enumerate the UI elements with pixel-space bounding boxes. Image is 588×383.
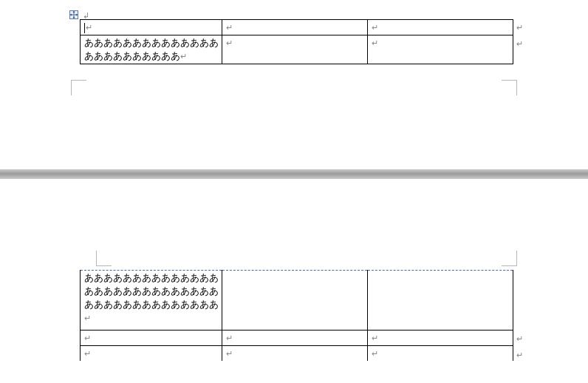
- page-2: ああああああああああああああああああああああああああああああああああああああああ…: [0, 183, 588, 383]
- table-cell[interactable]: ↵: [368, 20, 513, 35]
- page2-content[interactable]: ああああああああああああああああああああああああああああああああああああああああ…: [80, 270, 514, 361]
- cell-text[interactable]: ああああああああああああああああああああああああああああああああああああああああ…: [84, 272, 219, 310]
- table-row[interactable]: ↵ ↵ ↵: [81, 20, 513, 35]
- table-cell[interactable]: ああああああああああああああああああああああああ↵: [81, 35, 222, 64]
- page-gap: [0, 166, 588, 183]
- row-end-mark: ↵: [516, 37, 523, 50]
- table-2[interactable]: ああああああああああああああああああああああああああああああああああああああああ…: [80, 270, 513, 361]
- cell-mark: ↵: [84, 333, 91, 342]
- row-end-mark: ↵: [516, 21, 523, 34]
- cell-mark: ↵: [226, 23, 233, 32]
- cell-mark: ↵: [84, 313, 91, 322]
- margin-corner-bottom-left: [71, 80, 86, 95]
- page1-content[interactable]: ↵ ↵ ↵ ああああああああああああああああああああああああ↵ ↵ ↵ ↵ ↵: [80, 19, 514, 64]
- table-row[interactable]: ↵ ↵ ↵: [81, 346, 513, 362]
- document-canvas: ↲ ↵ ↵ ↵ ああああああああああああああああああああああああ↵: [0, 0, 588, 383]
- table-cell[interactable]: [368, 271, 513, 331]
- cell-mark: ↵: [226, 38, 233, 47]
- cell-mark: ↵: [226, 349, 233, 358]
- cell-text[interactable]: ああああああああああああああああああああああああ: [84, 37, 219, 61]
- text-cursor: [84, 23, 85, 33]
- table-cell[interactable]: ↵: [81, 346, 222, 362]
- cell-mark: ↵: [180, 52, 187, 61]
- row-end-mark: ↵: [516, 332, 523, 345]
- margin-corner-top-left: [96, 251, 112, 266]
- table-row[interactable]: ああああああああああああああああああああああああ↵ ↵ ↵: [81, 35, 513, 64]
- cell-mark: ↵: [372, 333, 378, 342]
- table-cell[interactable]: [222, 271, 368, 331]
- table-cell[interactable]: ↵: [81, 20, 222, 35]
- table-row[interactable]: ああああああああああああああああああああああああああああああああああああああああ…: [81, 271, 513, 331]
- cell-mark: ↵: [226, 333, 233, 342]
- table-cell[interactable]: ↵: [222, 35, 368, 64]
- table-cell[interactable]: ↵: [368, 331, 513, 346]
- cell-mark: ↵: [372, 38, 378, 47]
- table-row[interactable]: ↵ ↵ ↵: [81, 331, 513, 346]
- table-cell[interactable]: ↵: [368, 346, 513, 362]
- table-cell[interactable]: ↵: [81, 331, 222, 346]
- table-cell[interactable]: ↵: [222, 20, 368, 35]
- margin-corner-top-right: [502, 251, 517, 266]
- row-end-mark: ↵: [516, 348, 523, 362]
- cell-mark: ↵: [372, 349, 378, 358]
- table-cell[interactable]: ↵: [222, 346, 368, 362]
- cell-mark: ↵: [372, 23, 378, 32]
- page-1: ↲ ↵ ↵ ↵ ああああああああああああああああああああああああ↵: [0, 0, 588, 166]
- cell-mark: ↵: [86, 23, 92, 32]
- table-cell[interactable]: ああああああああああああああああああああああああああああああああああああああああ…: [81, 271, 222, 331]
- table-cell[interactable]: ↵: [368, 35, 513, 64]
- table-cell[interactable]: ↵: [222, 331, 368, 346]
- table-move-handle-icon[interactable]: [69, 10, 78, 19]
- margin-corner-bottom-right: [502, 80, 517, 95]
- table-1[interactable]: ↵ ↵ ↵ ああああああああああああああああああああああああ↵ ↵ ↵: [80, 19, 513, 64]
- cell-mark: ↵: [84, 349, 91, 358]
